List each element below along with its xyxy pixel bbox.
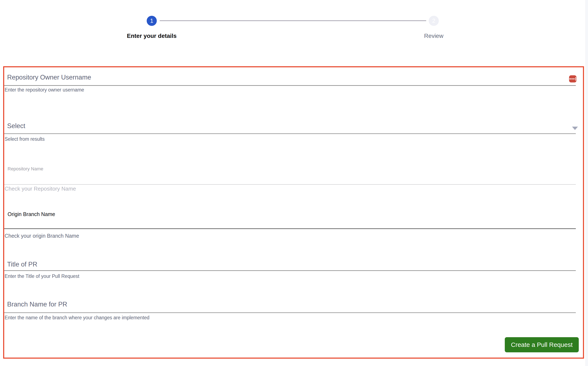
repository-name-input[interactable] xyxy=(7,170,579,184)
step-1-indicator: 1 xyxy=(147,16,157,26)
repository-name-helper: Check your Repository Name xyxy=(5,185,76,192)
step-2-indicator: 2 xyxy=(429,16,439,26)
pr-title-placeholder: Title of PR xyxy=(7,261,37,268)
lastpass-autofill-icon[interactable] xyxy=(569,75,576,83)
select-dropdown-underline xyxy=(4,133,576,134)
repository-owner-username-underline xyxy=(4,85,576,86)
create-pull-request-button[interactable]: Create a Pull Request xyxy=(505,337,579,352)
wizard-stepper: 1 2 Enter your details Review xyxy=(0,0,588,63)
chevron-down-icon[interactable] xyxy=(572,127,578,130)
origin-branch-name-underline xyxy=(4,228,576,229)
origin-branch-name-input[interactable] xyxy=(7,217,579,228)
repository-owner-username-placeholder: Repository Owner Username xyxy=(7,74,91,81)
origin-branch-name-helper: Check your origin Branch Name xyxy=(5,233,79,239)
lastpass-dot xyxy=(573,78,574,79)
repository-name-underline xyxy=(4,184,576,185)
create-pull-request-page: 1 2 Enter your details Review Repository… xyxy=(0,0,588,366)
pr-title-underline xyxy=(4,270,576,271)
pr-branch-name-underline xyxy=(4,312,576,313)
select-dropdown-helper: Select from results xyxy=(5,136,44,142)
lastpass-dot xyxy=(571,78,573,79)
step-1-number: 1 xyxy=(150,18,153,24)
step-1-label: Enter your details xyxy=(99,33,204,39)
repository-owner-username-helper: Enter the repository owner username xyxy=(5,87,84,93)
select-dropdown-placeholder: Select xyxy=(7,122,25,130)
lastpass-dot xyxy=(570,78,571,79)
pr-title-helper: Enter the Title of your Pull Request xyxy=(5,274,79,279)
step-2-label: Review xyxy=(381,33,486,39)
pr-branch-name-input[interactable]: Branch Name for PR xyxy=(7,301,579,313)
pull-request-form: Repository Owner Username Enter the repo… xyxy=(3,66,584,359)
step-2-number: 2 xyxy=(432,18,435,24)
origin-branch-name-label: Origin Branch Name xyxy=(7,211,55,217)
pr-title-input[interactable]: Title of PR xyxy=(7,261,579,273)
stepper-connector-line xyxy=(160,20,426,21)
pr-branch-name-helper: Enter the name of the branch where your … xyxy=(5,315,149,320)
page-right-gutter xyxy=(586,0,588,366)
pr-branch-name-placeholder: Branch Name for PR xyxy=(7,301,67,308)
select-results-dropdown[interactable]: Select xyxy=(7,122,579,135)
repository-owner-username-input[interactable]: Repository Owner Username xyxy=(7,74,579,86)
lastpass-cursor-bar xyxy=(575,77,576,81)
create-pull-request-button-label: Create a Pull Request xyxy=(511,341,573,348)
